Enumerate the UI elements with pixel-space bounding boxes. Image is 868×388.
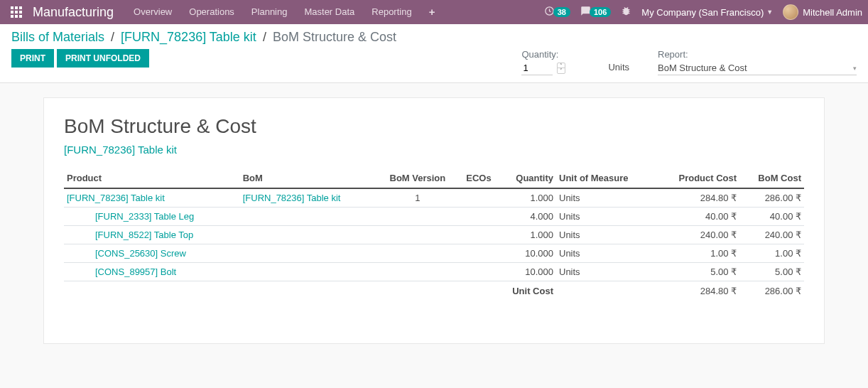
company-switcher[interactable]: My Company (San Francisco) ▼ [641,7,773,18]
table-row: [CONS_89957] Bolt10.000Units5.00 ₹5.00 ₹ [64,263,804,281]
cell-product-cost: 40.00 ₹ [656,208,740,226]
col-bom-version: BoM Version [377,168,459,188]
activities-button[interactable]: 38 [544,6,570,18]
table-footer-row: Unit Cost 284.80 ₹ 286.00 ₹ [64,281,804,301]
breadcrumb-sep: / [108,30,117,44]
col-product: Product [64,168,240,188]
cell-quantity: 10.000 [499,263,556,281]
breadcrumb-root[interactable]: Bills of Materials [11,30,104,44]
user-menu[interactable]: Mitchell Admin [783,4,862,20]
col-bom: BoM [240,168,377,188]
main-content: BoM Structure & Cost [FURN_78236] Table … [0,83,868,358]
print-button[interactable]: Print [11,49,54,68]
cell-ecos [458,263,499,281]
cell-bom-version [377,208,459,226]
cell-product-cost: 5.00 ₹ [656,263,740,281]
breadcrumb: Bills of Materials / [FURN_78236] Table … [11,30,857,45]
report-subtitle-link[interactable]: [FURN_78236] Table kit [64,144,177,156]
report-value: BoM Structure & Cost [658,63,747,73]
cell-bom-version: 1 [377,188,459,208]
messages-count: 106 [590,7,611,17]
cell-bom-cost: 40.00 ₹ [739,208,804,226]
cell-bom-version [377,263,459,281]
table-row: [FURN_8522] Table Top1.000Units240.00 ₹2… [64,226,804,244]
cell-product: [FURN_78236] Table kit [64,188,240,208]
product-link[interactable]: [FURN_8522] Table Top [67,230,193,240]
messages-button[interactable]: 106 [580,6,611,18]
report-sheet: BoM Structure & Cost [FURN_78236] Table … [43,97,825,344]
quantity-control: Quantity: ˄ ˅ [521,49,565,75]
report-title: BoM Structure & Cost [64,115,804,138]
table-row: [FURN_2333] Table Leg4.000Units40.00 ₹40… [64,208,804,226]
nav-menu: Overview Operations Planning Master Data… [125,0,443,24]
app-brand[interactable]: Manufacturing [27,5,125,20]
cell-product: [CONS_89957] Bolt [64,263,240,281]
cell-bom-cost: 286.00 ₹ [739,188,804,208]
cell-product: [FURN_2333] Table Leg [64,208,240,226]
spinner-up-icon[interactable]: ˄ [558,63,565,68]
product-link[interactable]: [CONS_89957] Bolt [67,266,176,277]
cell-uom: Units [556,188,656,208]
avatar [783,4,798,20]
activities-count: 38 [553,7,570,17]
nav-new-icon[interactable]: + [421,0,444,24]
footer-product-cost: 284.80 ₹ [656,281,740,301]
navbar-left: Manufacturing Overview Operations Planni… [6,0,443,24]
breadcrumb-sep: / [260,30,269,44]
product-link[interactable]: [FURN_78236] Table kit [67,193,165,203]
cell-product-cost: 1.00 ₹ [656,244,740,263]
product-link[interactable]: [FURN_2333] Table Leg [67,211,194,222]
nav-overview[interactable]: Overview [125,0,180,24]
breadcrumb-item[interactable]: [FURN_78236] Table kit [121,30,256,44]
cell-product-cost: 240.00 ₹ [656,226,740,244]
cell-bom-version [377,244,459,263]
units-label: Units [608,49,629,72]
cell-bom-cost: 240.00 ₹ [739,226,804,244]
apps-icon[interactable] [6,6,27,18]
cell-product-cost: 284.80 ₹ [656,188,740,208]
top-navbar: Manufacturing Overview Operations Planni… [0,0,868,24]
bom-table: Product BoM BoM Version ECOs Quantity Un… [64,168,804,301]
cell-uom: Units [556,263,656,281]
cell-quantity: 10.000 [499,244,556,263]
cell-product: [FURN_8522] Table Top [64,226,240,244]
cell-uom: Units [556,208,656,226]
nav-master-data[interactable]: Master Data [295,0,363,24]
cell-bom [240,244,377,263]
cell-bom-cost: 1.00 ₹ [739,244,804,263]
footer-bom-cost: 286.00 ₹ [739,281,804,301]
report-control: Report: BoM Structure & Cost ▾ [658,49,857,75]
debug-icon[interactable] [621,6,631,18]
cell-bom [240,226,377,244]
table-header-row: Product BoM BoM Version ECOs Quantity Un… [64,168,804,188]
quantity-spinner[interactable]: ˄ ˅ [557,63,565,74]
nav-operations[interactable]: Operations [180,0,243,24]
cell-ecos [458,244,499,263]
quantity-input[interactable] [521,61,553,75]
bom-link[interactable]: [FURN_78236] Table kit [243,193,341,203]
cell-bom: [FURN_78236] Table kit [240,188,377,208]
cell-ecos [458,226,499,244]
quantity-label: Quantity: [521,49,565,60]
col-quantity: Quantity [499,168,556,188]
report-label: Report: [658,49,857,60]
caret-down-icon: ▾ [853,65,857,72]
product-link[interactable]: [CONS_25630] Screw [67,248,186,259]
nav-reporting[interactable]: Reporting [363,0,420,24]
cell-ecos [458,188,499,208]
spinner-down-icon[interactable]: ˅ [558,68,565,73]
cell-bom-cost: 5.00 ₹ [739,263,804,281]
cell-quantity: 1.000 [499,226,556,244]
breadcrumb-current: BoM Structure & Cost [273,30,396,44]
print-unfolded-button[interactable]: Print Unfolded [57,49,149,68]
company-name: My Company (San Francisco) [641,7,764,18]
col-ecos: ECOs [458,168,499,188]
caret-down-icon: ▼ [766,9,773,16]
report-select[interactable]: BoM Structure & Cost ▾ [658,61,857,75]
cell-uom: Units [556,244,656,263]
control-row: Print Print Unfolded Quantity: ˄ ˅ Units… [11,49,857,75]
nav-planning[interactable]: Planning [243,0,296,24]
footer-label: Unit Cost [64,281,556,301]
cell-quantity: 4.000 [499,208,556,226]
cell-quantity: 1.000 [499,188,556,208]
